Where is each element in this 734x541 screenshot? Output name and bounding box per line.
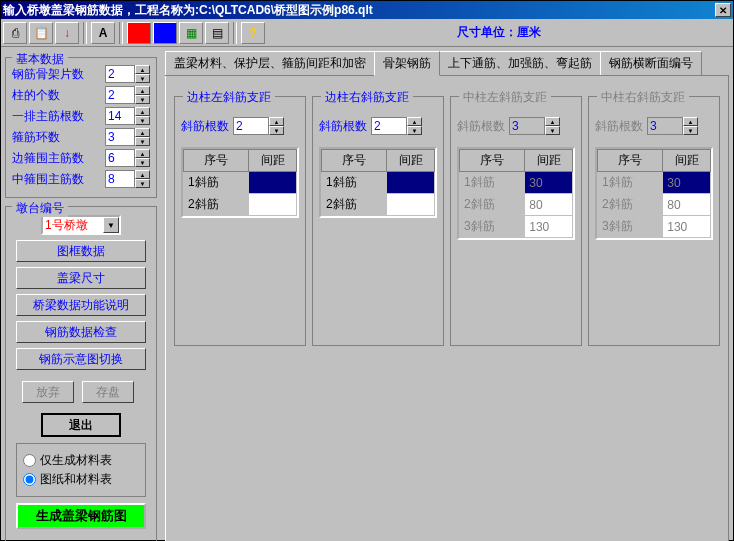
- output-radio-group: 仅生成材料表 图纸和材料表: [16, 443, 146, 497]
- spin-down-icon[interactable]: ▼: [135, 116, 150, 125]
- table-row[interactable]: 3斜筋130: [598, 216, 711, 238]
- spin-control[interactable]: ▲▼: [105, 149, 150, 167]
- tab-2[interactable]: 上下通筋、加强筋、弯起筋: [439, 51, 601, 75]
- spin-input[interactable]: [371, 117, 407, 135]
- tab-0[interactable]: 盖梁材料、保护层、箍筋间距和加密: [165, 51, 375, 75]
- toolbar-red-icon[interactable]: [127, 22, 151, 44]
- table-row[interactable]: 1斜筋30: [598, 172, 711, 194]
- table-row[interactable]: 2斜筋: [322, 194, 435, 216]
- field-label: 钢筋骨架片数: [12, 66, 84, 83]
- spin-control[interactable]: ▲▼: [233, 117, 284, 135]
- abandon-button[interactable]: 放弃: [22, 381, 74, 403]
- basic-field-row: 柱的个数 ▲▼: [12, 86, 150, 104]
- radio-label-1: 仅生成材料表: [40, 452, 112, 469]
- spin-control[interactable]: ▲▼: [105, 65, 150, 83]
- spin-control[interactable]: ▲▼: [105, 107, 150, 125]
- spin-input[interactable]: [105, 170, 135, 188]
- spin-up-icon[interactable]: ▲: [135, 65, 150, 74]
- main-window: 输入桥墩盖梁钢筋数据，工程名称为:C:\QLTCAD6\桥型图示例p86.qlt…: [0, 0, 734, 541]
- toolbar-calc-icon[interactable]: ▤: [205, 22, 229, 44]
- spin-down-icon[interactable]: ▼: [135, 158, 150, 167]
- spin-up-icon[interactable]: ▲: [135, 170, 150, 179]
- tab-content: 边柱左斜筋支距 斜筋根数 ▲▼ 序号间距1斜筋2斜筋边柱右斜筋支距 斜筋根数 ▲…: [165, 76, 729, 541]
- data-grid[interactable]: 序号间距1斜筋2斜筋: [181, 147, 299, 218]
- toolbar-green-box-icon[interactable]: ▦: [179, 22, 203, 44]
- spin-input[interactable]: [105, 86, 135, 104]
- data-grid[interactable]: 序号间距1斜筋302斜筋803斜筋130: [457, 147, 575, 240]
- table-row[interactable]: 1斜筋30: [460, 172, 573, 194]
- spin-control: ▲▼: [647, 117, 698, 135]
- unit-label: 尺寸单位：厘米: [267, 24, 731, 41]
- diagram-toggle-button[interactable]: 钢筋示意图切换: [16, 348, 146, 370]
- spin-down-icon[interactable]: ▼: [407, 126, 422, 135]
- spin-input: [509, 117, 545, 135]
- toolbar-help-icon[interactable]: ?: [241, 22, 265, 44]
- field-label: 箍筋环数: [12, 129, 60, 146]
- generate-button[interactable]: 生成盖梁钢筋图: [16, 503, 146, 529]
- toolbar-font-icon[interactable]: A: [91, 22, 115, 44]
- spin-input[interactable]: [105, 128, 135, 146]
- spin-down-icon[interactable]: ▼: [135, 137, 150, 146]
- basic-field-row: 一排主筋根数 ▲▼: [12, 107, 150, 125]
- close-button[interactable]: ✕: [715, 3, 731, 17]
- spin-up-icon[interactable]: ▲: [407, 117, 422, 126]
- spin-control[interactable]: ▲▼: [105, 86, 150, 104]
- panel-1: 边柱右斜筋支距 斜筋根数 ▲▼ 序号间距1斜筋2斜筋: [312, 96, 444, 346]
- toolbar-print-icon[interactable]: ⎙: [3, 22, 27, 44]
- toolbar-down-arrow-icon[interactable]: ↓: [55, 22, 79, 44]
- spin-down-icon[interactable]: ▼: [135, 179, 150, 188]
- panel-title: 中柱左斜筋支距: [459, 89, 551, 106]
- pier-combo[interactable]: 1号桥墩 ▼: [41, 215, 121, 235]
- spin-input: [647, 117, 683, 135]
- spin-up-icon[interactable]: ▲: [135, 128, 150, 137]
- tab-3[interactable]: 钢筋横断面编号: [600, 51, 702, 75]
- spin-up-icon[interactable]: ▲: [135, 107, 150, 116]
- radio-material-only[interactable]: [23, 454, 36, 467]
- toolbar-copy-icon[interactable]: 📋: [29, 22, 53, 44]
- data-grid[interactable]: 序号间距1斜筋302斜筋803斜筋130: [595, 147, 713, 240]
- data-desc-button[interactable]: 桥梁数据功能说明: [16, 294, 146, 316]
- table-row[interactable]: 1斜筋: [322, 172, 435, 194]
- main-area: 盖梁材料、保护层、箍筋间距和加密骨架钢筋上下通筋、加强筋、弯起筋钢筋横断面编号 …: [161, 47, 733, 540]
- spin-input[interactable]: [105, 149, 135, 167]
- spin-input[interactable]: [105, 107, 135, 125]
- spin-down-icon[interactable]: ▼: [135, 95, 150, 104]
- spin-input[interactable]: [105, 65, 135, 83]
- field-label: 柱的个数: [12, 87, 60, 104]
- toolbar-separator: [119, 22, 123, 44]
- table-row[interactable]: 3斜筋130: [460, 216, 573, 238]
- spin-up-icon[interactable]: ▲: [135, 86, 150, 95]
- tab-1[interactable]: 骨架钢筋: [374, 51, 440, 76]
- panel-title: 边柱左斜筋支距: [183, 89, 275, 106]
- spin-control[interactable]: ▲▼: [371, 117, 422, 135]
- chevron-down-icon: ▼: [103, 217, 119, 233]
- field-label: 边箍围主筋数: [12, 150, 84, 167]
- toolbar-blue-icon[interactable]: [153, 22, 177, 44]
- spin-up-icon[interactable]: ▲: [269, 117, 284, 126]
- rebar-check-button[interactable]: 钢筋数据检查: [16, 321, 146, 343]
- spin-control[interactable]: ▲▼: [105, 128, 150, 146]
- spin-down-icon[interactable]: ▼: [135, 74, 150, 83]
- table-row[interactable]: 2斜筋80: [598, 194, 711, 216]
- spin-control[interactable]: ▲▼: [105, 170, 150, 188]
- panel-0: 边柱左斜筋支距 斜筋根数 ▲▼ 序号间距1斜筋2斜筋: [174, 96, 306, 346]
- spin-up-icon: ▲: [545, 117, 560, 126]
- field-label: 中箍围主筋数: [12, 171, 84, 188]
- radio-drawing-material[interactable]: [23, 473, 36, 486]
- panel-2: 中柱左斜筋支距 斜筋根数 ▲▼ 序号间距1斜筋302斜筋803斜筋130: [450, 96, 582, 346]
- pier-fieldset: 墩台编号 1号桥墩 ▼ 图框数据 盖梁尺寸 桥梁数据功能说明 钢筋数据检查 钢筋…: [5, 206, 157, 541]
- titlebar: 输入桥墩盖梁钢筋数据，工程名称为:C:\QLTCAD6\桥型图示例p86.qlt…: [1, 1, 733, 19]
- toolbar-separator: [233, 22, 237, 44]
- frame-data-button[interactable]: 图框数据: [16, 240, 146, 262]
- spin-down-icon[interactable]: ▼: [269, 126, 284, 135]
- save-button[interactable]: 存盘: [82, 381, 134, 403]
- beam-size-button[interactable]: 盖梁尺寸: [16, 267, 146, 289]
- data-grid[interactable]: 序号间距1斜筋2斜筋: [319, 147, 437, 218]
- table-row[interactable]: 2斜筋80: [460, 194, 573, 216]
- pier-value: 1号桥墩: [45, 217, 88, 234]
- table-row[interactable]: 2斜筋: [184, 194, 297, 216]
- table-row[interactable]: 1斜筋: [184, 172, 297, 194]
- exit-button[interactable]: 退出: [41, 413, 121, 437]
- spin-input[interactable]: [233, 117, 269, 135]
- spin-up-icon[interactable]: ▲: [135, 149, 150, 158]
